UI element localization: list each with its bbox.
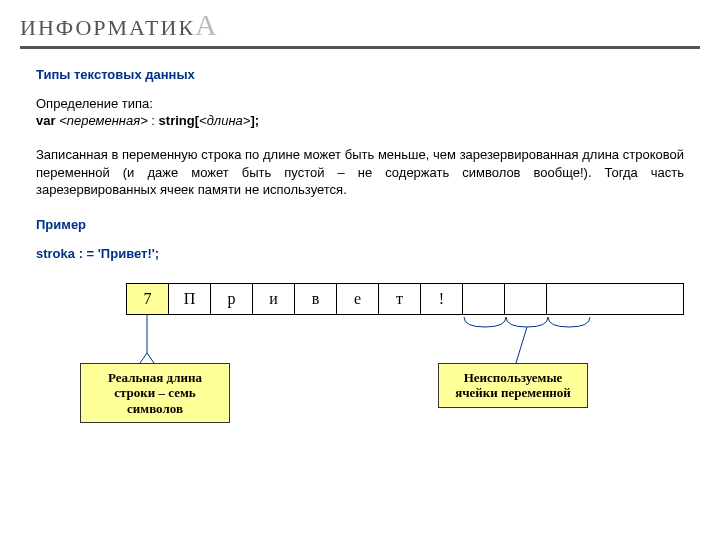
example-code: stroka : = 'Привет!';: [36, 246, 684, 261]
string-diagram: 7 П р и в е т ! Реальная длина строки – …: [126, 283, 684, 423]
cell-empty: [547, 284, 589, 314]
example-label: Пример: [36, 217, 684, 232]
definition-label: Определение типа:: [36, 96, 684, 111]
cell-char: р: [211, 284, 253, 314]
title-main: ИНФОРМАТИК: [20, 15, 195, 40]
callout-unused-cells: Неиспользуемые ячейки переменной: [438, 363, 588, 408]
keyword-var: var: [36, 113, 56, 128]
cell-char: в: [295, 284, 337, 314]
cell-empty: [463, 284, 505, 314]
page-header: ИНФОРМАТИКА: [0, 0, 720, 42]
svg-line-3: [516, 327, 527, 363]
definition-syntax: var <переменная> : string[<длина>];: [36, 113, 684, 128]
content-area: Типы текстовых данных Определение типа: …: [0, 49, 720, 423]
placeholder-length: <длина>: [199, 113, 250, 128]
svg-line-2: [140, 353, 147, 363]
section-title: Типы текстовых данных: [36, 67, 684, 82]
keyword-string: string[: [159, 113, 199, 128]
cell-length: 7: [127, 284, 169, 314]
explanation-paragraph: Записанная в переменную строка по длине …: [36, 146, 684, 199]
callout-real-length: Реальная длина строки – семь символов: [80, 363, 230, 424]
svg-line-1: [147, 353, 154, 363]
def-end: ];: [250, 113, 259, 128]
cell-char: т: [379, 284, 421, 314]
cell-empty: [505, 284, 547, 314]
cell-char: П: [169, 284, 211, 314]
cell-char: и: [253, 284, 295, 314]
header-title: ИНФОРМАТИКА: [20, 15, 219, 40]
title-last-letter: А: [195, 8, 219, 41]
cell-char: !: [421, 284, 463, 314]
def-sep: :: [148, 113, 159, 128]
cell-char: е: [337, 284, 379, 314]
placeholder-variable: <переменная>: [59, 113, 148, 128]
cell-row: 7 П р и в е т !: [126, 283, 684, 315]
